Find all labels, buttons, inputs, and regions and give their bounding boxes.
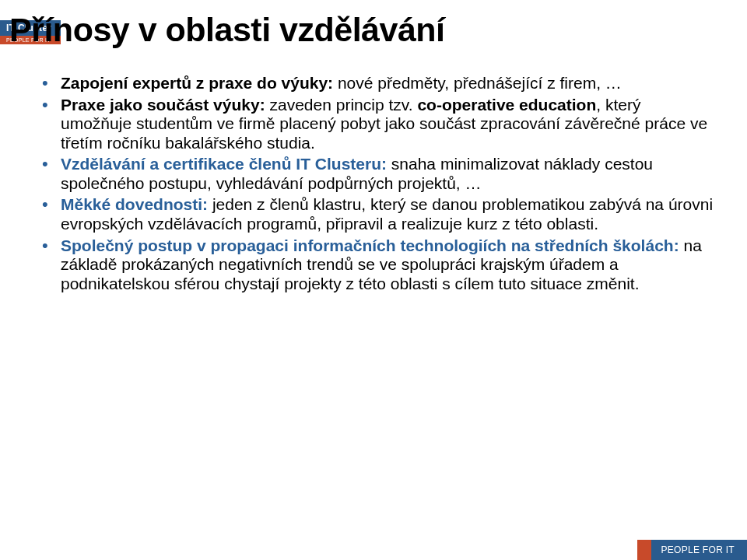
bullet-list: Zapojení expertů z praxe do výuky: nové … (39, 74, 716, 296)
list-item: Praxe jako součást výuky: zaveden princi… (39, 96, 716, 153)
page-title: Přínosy v oblasti vzdělávání (9, 11, 445, 49)
list-item: Měkké dovednosti: jeden z členů klastru,… (39, 195, 716, 233)
bullet-head: Zapojení expertů z praxe do výuky: (61, 74, 333, 92)
slide: IT Cluster PEOPLE FOR IT ↖ Přínosy v obl… (0, 0, 747, 560)
footer-accent (637, 540, 651, 560)
bullet-emphasis: co-operative education (417, 96, 596, 114)
bullet-head: Vzdělávání a certifikace členů IT Cluste… (61, 155, 387, 173)
bullet-tail: nové předměty, přednášející z firem, … (333, 74, 622, 92)
bullet-head: Společný postup v propagaci informačních… (61, 236, 679, 254)
bullet-head: Měkké dovednosti: (61, 195, 208, 213)
cursor-icon: ↖ (47, 48, 54, 59)
bullet-head: Praxe jako součást výuky: (61, 96, 265, 114)
footer-label: PEOPLE FOR IT (651, 540, 747, 560)
list-item: Vzdělávání a certifikace členů IT Cluste… (39, 155, 716, 193)
bullet-tail: zaveden princip tzv. (265, 96, 418, 114)
footer: PEOPLE FOR IT (637, 540, 747, 560)
list-item: Společný postup v propagaci informačních… (39, 236, 716, 294)
list-item: Zapojení expertů z praxe do výuky: nové … (39, 74, 716, 93)
